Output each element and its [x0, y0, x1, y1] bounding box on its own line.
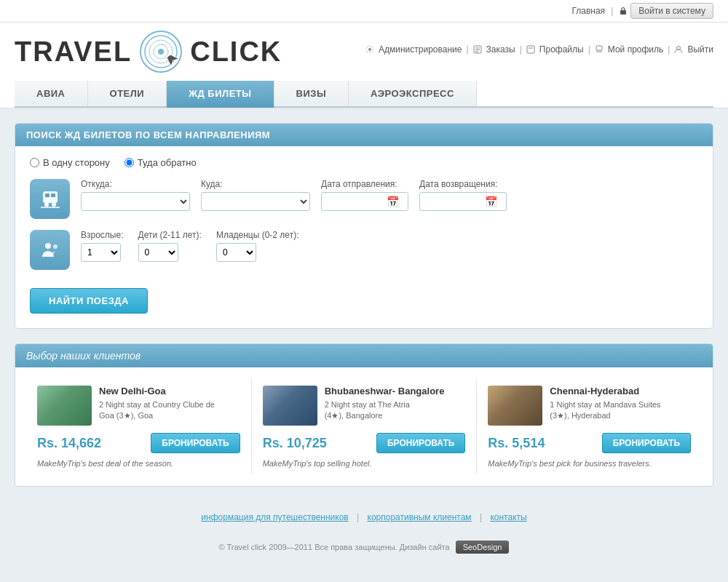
return-label: Дата возвращения: — [419, 179, 507, 189]
admin-link[interactable]: Администрирование — [379, 44, 462, 55]
lock-icon — [619, 7, 628, 15]
pick-tagline-2: MakeMyTrip's best pick for business trav… — [488, 459, 691, 468]
infants-select[interactable]: 0 1 2 — [216, 243, 256, 262]
svg-rect-14 — [596, 46, 602, 50]
radio-round-trip-label[interactable]: Туда обратно — [124, 157, 197, 168]
return-calendar-icon[interactable]: 📅 — [485, 196, 497, 207]
main-content: ПОИСК ЖД БИЛЕТОВ ПО ВСЕМ НАПРАВЛЕНИЯМ В … — [0, 108, 728, 501]
svg-point-22 — [52, 202, 56, 207]
orders-icon — [473, 45, 482, 54]
sep1: | — [611, 6, 613, 16]
svg-rect-12 — [527, 46, 534, 53]
svg-point-5 — [158, 49, 164, 55]
children-select[interactable]: 0 1 2 — [138, 243, 178, 262]
tab-hotels[interactable]: ОТЕЛИ — [88, 81, 167, 106]
logout-icon — [674, 45, 683, 54]
myprofile-icon — [595, 45, 604, 54]
tab-aeroexpress[interactable]: АЭРОЭКСПРЕСС — [349, 81, 477, 106]
svg-rect-20 — [43, 199, 58, 202]
return-date-input: 📅 — [419, 192, 507, 211]
pick-info-1: Bhubaneshwar- Bangalore 2 Night stay at … — [325, 386, 445, 426]
search-header: ПОИСК ЖД БИЛЕТОВ ПО ВСЕМ НАПРАВЛЕНИЯМ — [15, 124, 713, 146]
tab-visa[interactable]: ВИЗЫ — [274, 81, 349, 106]
svg-point-7 — [368, 48, 371, 51]
radio-round-trip[interactable] — [124, 158, 134, 167]
svg-point-24 — [45, 243, 51, 249]
svg-rect-18 — [45, 194, 50, 197]
radio-one-way[interactable] — [30, 158, 39, 167]
train-icon — [39, 188, 61, 210]
header: TRAVEL CLICK Администрирование | Заказы … — [0, 23, 728, 108]
pick-item-2: Chennai-Hyderabad 1 Night stay at Mandav… — [477, 378, 702, 475]
route-row: Откуда: Куда: Дата отправления: — [30, 179, 698, 219]
profiles-icon — [526, 45, 535, 54]
orders-link[interactable]: Заказы — [486, 44, 515, 55]
footer-link-2[interactable]: корпоративным клиентам — [368, 512, 472, 522]
train-icon-box — [30, 179, 70, 219]
tab-railway[interactable]: ЖД БИЛЕТЫ — [167, 81, 274, 108]
pick-top-2: Chennai-Hyderabad 1 Night stay at Mandav… — [488, 386, 691, 426]
seodesign-button[interactable]: SeoDesign — [456, 541, 510, 554]
depart-calendar-icon[interactable]: 📅 — [387, 196, 399, 207]
infants-group: Младенцы (0-2 лет): 0 1 2 — [216, 230, 299, 262]
depart-date-field[interactable] — [325, 193, 387, 210]
adults-select[interactable]: 1 2 3 4 — [81, 243, 121, 262]
book-button-0[interactable]: БРОНИРОВАТЬ — [151, 433, 240, 453]
pick-bottom-0: Rs. 14,662 БРОНИРОВАТЬ — [37, 433, 240, 453]
picks-section: Выбор наших клиентов New Delhi-Goa 2 Nig… — [15, 343, 713, 487]
radio-one-way-label[interactable]: В одну сторону — [30, 157, 110, 168]
passengers-fields: Взрослые: 1 2 3 4 Дети (2-11 лет): 0 1 — [81, 230, 298, 262]
pick-info-2: Chennai-Hyderabad 1 Night stay at Mandav… — [550, 386, 660, 426]
from-select[interactable] — [81, 192, 190, 211]
pick-bottom-2: Rs. 5,514 БРОНИРОВАТЬ — [488, 433, 691, 453]
svg-rect-19 — [51, 194, 55, 197]
depart-date-input: 📅 — [321, 192, 408, 211]
children-group: Дети (2-11 лет): 0 1 2 — [138, 230, 202, 262]
pick-image-1 — [263, 386, 317, 426]
home-link[interactable]: Главная — [571, 6, 605, 16]
from-field-group: Откуда: — [81, 179, 190, 211]
logout-link[interactable]: Выйти — [687, 44, 713, 55]
depart-label: Дата отправления: — [321, 179, 408, 189]
tabs: АВИА ОТЕЛИ ЖД БИЛЕТЫ ВИЗЫ АЭРОЭКСПРЕСС — [15, 81, 713, 108]
logo-circle-icon — [139, 30, 183, 73]
picks-body: New Delhi-Goa 2 Night stay at Country Cl… — [15, 367, 713, 486]
pick-route-0: New Delhi-Goa — [99, 386, 215, 396]
picks-header: Выбор наших клиентов — [15, 344, 713, 367]
adults-label: Взрослые: — [81, 230, 124, 240]
gear-icon — [365, 45, 374, 54]
footer-links: информация для путешественников | корпор… — [0, 501, 728, 533]
adults-group: Взрослые: 1 2 3 4 — [81, 230, 124, 262]
logo: TRAVEL CLICK — [15, 30, 282, 81]
pick-item-1: Bhubaneshwar- Bangalore 2 Night stay at … — [252, 378, 478, 475]
passengers-row: Взрослые: 1 2 3 4 Дети (2-11 лет): 0 1 — [30, 230, 698, 270]
people-icon — [39, 239, 61, 261]
return-date-field[interactable] — [423, 193, 485, 210]
pick-price-0: Rs. 14,662 — [37, 436, 101, 451]
logo-text-left: TRAVEL — [15, 36, 132, 68]
search-body: В одну сторону Туда обратно — [15, 146, 713, 328]
footer-link-3[interactable]: контакты — [490, 512, 526, 522]
tab-avia[interactable]: АВИА — [15, 81, 88, 106]
to-select[interactable] — [201, 192, 310, 211]
search-button[interactable]: НАЙТИ ПОЕЗДА — [30, 288, 148, 314]
profiles-link[interactable]: Профайлы — [539, 44, 584, 55]
footer-link-1[interactable]: информация для путешественников — [201, 512, 348, 522]
pick-desc-0: 2 Night stay at Country Clube de Goa (3★… — [99, 399, 215, 422]
children-label: Дети (2-11 лет): — [138, 230, 202, 240]
return-field-group: Дата возвращения: 📅 — [419, 179, 507, 211]
login-button[interactable]: Войти в систему — [630, 3, 713, 19]
to-label: Куда: — [201, 179, 310, 189]
search-box: ПОИСК ЖД БИЛЕТОВ ПО ВСЕМ НАПРАВЛЕНИЯМ В … — [15, 123, 713, 329]
pick-tagline-1: MakeMyTrip's top selling hotel. — [263, 459, 466, 468]
pick-item-0: New Delhi-Goa 2 Night stay at Country Cl… — [26, 378, 252, 475]
trip-type-row: В одну сторону Туда обратно — [30, 157, 698, 168]
svg-point-25 — [53, 244, 58, 249]
to-field-group: Куда: — [201, 179, 310, 211]
book-button-1[interactable]: БРОНИРОВАТЬ — [376, 433, 465, 453]
pick-bottom-1: Rs. 10,725 БРОНИРОВАТЬ — [263, 433, 466, 453]
myprofile-link[interactable]: Мой профиль — [608, 44, 664, 55]
pick-route-1: Bhubaneshwar- Bangalore — [325, 386, 445, 396]
pick-price-2: Rs. 5,514 — [488, 436, 545, 451]
book-button-2[interactable]: БРОНИРОВАТЬ — [602, 433, 691, 453]
